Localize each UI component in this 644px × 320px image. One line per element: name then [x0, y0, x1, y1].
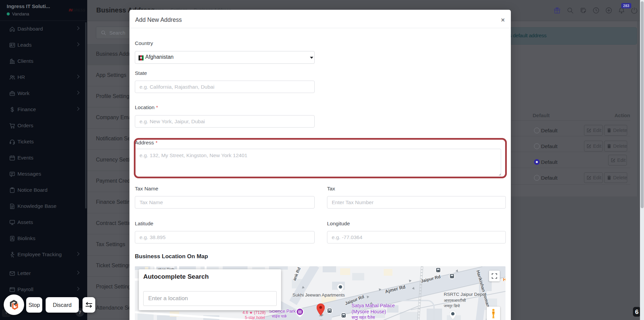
- trash-icon: [607, 175, 611, 180]
- stop-button[interactable]: Stop: [26, 297, 42, 313]
- dollar-icon: [9, 106, 15, 113]
- chevron-right-icon: [75, 252, 79, 256]
- map-label-science-park-hindi: साइंस पार्क: [272, 314, 287, 319]
- country-value: Afghanistan: [145, 54, 174, 60]
- fullscreen-button[interactable]: [489, 271, 500, 281]
- badge-icon: [9, 235, 15, 242]
- map-label-hotel-rating: 4.6 ★ (7128): [243, 310, 266, 315]
- edit-button[interactable]: Edit: [584, 141, 603, 151]
- delete-button[interactable]: Delete: [604, 125, 627, 136]
- business-location-map[interactable]: ghan Path ank Rd Sukhi Jeewan Apartments…: [135, 266, 505, 320]
- home-icon: [9, 26, 15, 32]
- table-col-action: Action: [614, 112, 630, 118]
- chevron-right-icon: [75, 75, 79, 78]
- file-text-icon: [9, 203, 15, 210]
- chevron-right-icon: [75, 107, 79, 110]
- sidebar-item-assets[interactable]: Assets: [0, 215, 87, 231]
- default-radio[interactable]: [534, 143, 540, 149]
- recorder-logo[interactable]: [4, 294, 24, 315]
- chevron-down-icon: [310, 57, 313, 59]
- red-map-pin[interactable]: [317, 303, 325, 317]
- longitude-label: Longitude: [327, 221, 350, 227]
- clipboard-icon: [9, 187, 15, 193]
- autocomplete-title: Autocomplete Search: [143, 273, 209, 280]
- search-icon[interactable]: [567, 7, 574, 14]
- sidebar-item-letter[interactable]: Letter: [0, 266, 87, 282]
- headset-icon: [9, 139, 15, 145]
- sidebar-item-finance[interactable]: Finance: [0, 102, 87, 118]
- map-label-satya-2: (Mysore House): [352, 309, 386, 314]
- sidebar-item-events[interactable]: Events: [0, 150, 87, 166]
- sidebar-item-notice-board[interactable]: Notice Board: [0, 182, 87, 198]
- window-icon: [9, 286, 15, 293]
- building-icon: [9, 58, 15, 64]
- sidebar-header: Ingress IT Soluti... Vandana INGRESS: [0, 0, 87, 21]
- cart-icon: [9, 123, 15, 129]
- tax-label: Tax: [327, 186, 335, 192]
- search-icon: [101, 30, 106, 36]
- user-name: Vandana: [12, 11, 29, 16]
- delete-button[interactable]: Delete: [604, 141, 627, 151]
- plus-circle-icon[interactable]: [605, 7, 612, 14]
- tax-name-input[interactable]: [135, 196, 315, 209]
- edit-button[interactable]: Edit: [608, 155, 627, 166]
- chat-icon: [9, 171, 15, 177]
- sidebar: Ingress IT Soluti... Vandana INGRESS Das…: [0, 0, 87, 320]
- location-input[interactable]: [135, 115, 315, 128]
- autocomplete-input[interactable]: [143, 291, 277, 306]
- tax-input[interactable]: [327, 196, 506, 209]
- close-icon[interactable]: ✕: [501, 17, 505, 23]
- map-label-sukhi: Sukhi Jeewan Apartments: [292, 292, 345, 298]
- sidebar-item-clients[interactable]: Clients: [0, 53, 87, 70]
- sidebar-item-tickets[interactable]: Tickets: [0, 134, 87, 150]
- notes-icon[interactable]: [580, 7, 587, 14]
- notification-badge: 283: [621, 3, 631, 8]
- swap-button[interactable]: [83, 297, 95, 313]
- page-scroll-thumb[interactable]: [641, 1, 644, 208]
- walk-icon: [9, 252, 15, 258]
- poi-pin-icon: [337, 284, 344, 292]
- sidebar-item-messages[interactable]: Messages: [0, 166, 87, 182]
- calendar-icon: [9, 155, 15, 161]
- pegman-control[interactable]: [487, 307, 500, 320]
- bus-stop-icon: [435, 267, 441, 273]
- sidebar-item-leads[interactable]: Leads: [0, 37, 87, 53]
- location-label: Location*: [135, 104, 158, 110]
- sidebar-item-hr[interactable]: HR: [0, 70, 87, 86]
- sidebar-scrollbar[interactable]: [85, 22, 87, 209]
- sidebar-item-orders[interactable]: Orders: [0, 118, 87, 134]
- company-name[interactable]: Ingress IT Soluti...: [7, 3, 50, 9]
- map-label-rsrtc-hindi-2: जयपुर डिपो: [444, 304, 460, 308]
- chevron-right-icon: [75, 26, 79, 30]
- sidebar-item-work[interactable]: Work: [0, 86, 87, 102]
- afghanistan-flag-icon: [139, 55, 144, 60]
- discard-button[interactable]: Discard: [46, 297, 79, 313]
- clock-icon[interactable]: [592, 7, 600, 14]
- power-icon[interactable]: [631, 7, 638, 14]
- country-select[interactable]: Afghanistan: [135, 51, 315, 64]
- page-scrollbar[interactable]: [640, 0, 644, 320]
- sidebar-item-dashboard[interactable]: Dashboard: [0, 21, 87, 37]
- autocomplete-card: Autocomplete Search: [139, 269, 281, 310]
- add-address-modal: Add New Address ✕ Country Afghanistan St…: [129, 10, 511, 320]
- latitude-input[interactable]: [135, 231, 315, 243]
- sidebar-item-knowledge-base[interactable]: Knowledge Base: [0, 198, 87, 215]
- edit-button[interactable]: Edit: [584, 172, 603, 183]
- default-radio[interactable]: [534, 159, 540, 165]
- default-radio[interactable]: [534, 175, 540, 181]
- edit-pencil-icon: [587, 128, 591, 133]
- longitude-input[interactable]: [327, 231, 506, 243]
- address-textarea[interactable]: [135, 149, 501, 177]
- bus-stop-icon: [340, 312, 347, 319]
- gift-icon[interactable]: [553, 7, 561, 14]
- country-label: Country: [135, 40, 153, 46]
- delete-button[interactable]: Delete: [604, 172, 627, 183]
- textarea-resize-handle[interactable]: [497, 172, 501, 176]
- sidebar-item-employee-tracking[interactable]: Employee Tracking: [0, 247, 87, 263]
- edit-button[interactable]: Edit: [584, 125, 603, 136]
- default-radio[interactable]: [534, 128, 540, 133]
- science-park-icon: [296, 308, 304, 318]
- user-status-dot: [7, 12, 10, 15]
- sidebar-item-biolinks[interactable]: Biolinks: [0, 231, 87, 247]
- state-input[interactable]: [135, 81, 315, 93]
